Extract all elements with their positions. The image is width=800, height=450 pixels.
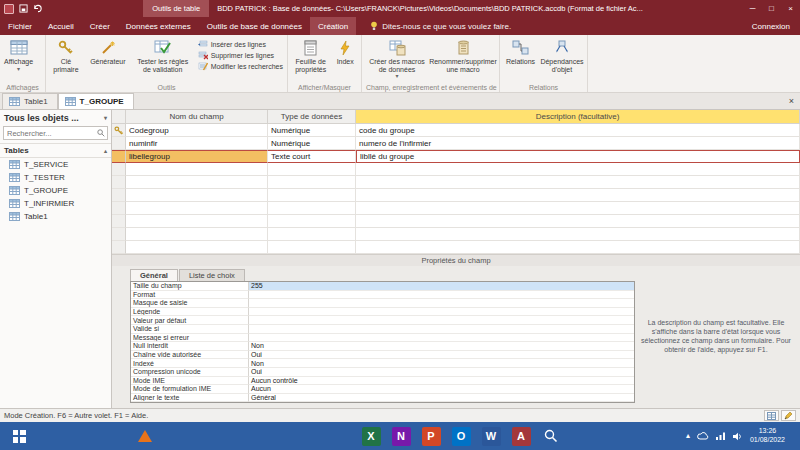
close-button[interactable]: × [781, 0, 800, 17]
nav-item-t-service[interactable]: T_SERVICE [0, 158, 111, 171]
nav-item-table1[interactable]: Table1 [0, 210, 111, 223]
network-icon[interactable] [716, 432, 726, 440]
design-view-button[interactable] [781, 410, 796, 421]
field-name-cell[interactable]: Codegroup [126, 124, 268, 137]
property-row[interactable]: Message si erreur [131, 334, 634, 343]
nav-item-t-groupe[interactable]: T_GROUPE [0, 184, 111, 197]
volume-icon[interactable] [733, 432, 743, 441]
taskbar-word[interactable]: W [476, 422, 506, 450]
document-close-button[interactable]: × [789, 97, 794, 106]
data-type-header[interactable]: Type de données [268, 110, 356, 124]
start-button[interactable] [0, 422, 38, 450]
nav-section-tables[interactable]: Tables ▴ [0, 143, 111, 158]
row-selector[interactable] [112, 137, 126, 150]
empty-field-row[interactable] [112, 176, 800, 189]
taskbar-outlook[interactable]: O [446, 422, 476, 450]
nav-item-t-infirmier[interactable]: T_INFIRMIER [0, 197, 111, 210]
data-type-cell[interactable]: Numérique [268, 124, 356, 137]
row-selector[interactable] [112, 150, 126, 163]
lightning-icon [339, 38, 351, 57]
description-cell-active[interactable]: libllé du groupe [356, 150, 800, 163]
index-button[interactable]: Index [331, 36, 359, 82]
property-row[interactable]: Format [131, 291, 634, 300]
tester-regles-button[interactable]: Tester les règles de validation [132, 36, 194, 82]
property-row[interactable]: Valeur par défaut [131, 316, 634, 325]
taskbar-excel[interactable]: X [356, 422, 386, 450]
description-header[interactable]: Description (facultative) [356, 110, 800, 124]
tab-fichier[interactable]: Fichier [0, 17, 40, 35]
row-tools: Insérer des lignes Supprimer les lignes … [194, 36, 285, 71]
nav-pane-header[interactable]: Tous les objets ... ▾ [0, 110, 111, 125]
property-row[interactable]: Mode de formulation IMEAucun [131, 385, 634, 394]
generateur-button[interactable]: Générateur [84, 36, 132, 82]
tab-general[interactable]: Général [130, 269, 178, 281]
search-icon[interactable] [97, 129, 105, 137]
taskbar-access[interactable]: A [506, 422, 536, 450]
save-icon[interactable] [19, 4, 28, 13]
tab-outils-bdd[interactable]: Outils de base de données [199, 17, 310, 35]
empty-field-row[interactable] [112, 215, 800, 228]
taskbar-onenote[interactable]: N [386, 422, 416, 450]
property-row[interactable]: Compression unicodeOui [131, 368, 634, 377]
renommer-macro-button[interactable]: Renommer/supprimer une macro [430, 36, 496, 82]
property-row[interactable]: Valide si [131, 325, 634, 334]
doc-tab-t-groupe[interactable]: T_GROUPE [58, 93, 134, 109]
tab-liste-de-choix[interactable]: Liste de choix [179, 269, 245, 281]
minimize-button[interactable]: ─ [743, 0, 762, 17]
undo-icon[interactable] [33, 4, 43, 13]
property-row[interactable]: IndexéNon [131, 359, 634, 368]
property-row[interactable]: Chaîne vide autoriséeOui [131, 351, 634, 360]
taskbar-clock[interactable]: 13:26 01/08/2022 [750, 427, 785, 445]
nav-search-input[interactable] [4, 129, 97, 138]
property-row[interactable]: Taille du champ255 [131, 282, 634, 291]
taskbar-powerpoint[interactable]: P [416, 422, 446, 450]
cle-primaire-button[interactable]: Clé primaire [48, 36, 84, 82]
empty-field-row[interactable] [112, 189, 800, 202]
property-row[interactable]: Mode IMEAucun contrôle [131, 377, 634, 386]
tell-me-box[interactable]: Dites-nous ce que vous voulez faire. [370, 17, 511, 35]
affichage-button[interactable]: Affichage ▾ [2, 36, 35, 82]
taskbar-search[interactable] [536, 422, 566, 450]
ribbon-tab-row: Fichier Accueil Créer Données externes O… [0, 17, 800, 35]
maximize-button[interactable]: □ [762, 0, 781, 17]
chevron-down-icon: ▾ [395, 73, 398, 79]
empty-field-row[interactable] [112, 202, 800, 215]
data-type-cell[interactable]: Numérique [268, 137, 356, 150]
clock-time: 13:26 [750, 427, 785, 436]
object-dependencies-icon [554, 38, 570, 57]
description-cell[interactable]: code du groupe [356, 124, 800, 137]
property-row[interactable]: Légende [131, 308, 634, 317]
field-name-header[interactable]: Nom du champ [126, 110, 268, 124]
feuille-proprietes-button[interactable]: Feuille de propriétés [290, 36, 331, 82]
creer-macros-button[interactable]: Créer des macros de données ▾ [364, 36, 430, 82]
tab-creer[interactable]: Créer [82, 17, 118, 35]
field-name-cell[interactable]: numinfir [126, 137, 268, 150]
tab-accueil[interactable]: Accueil [40, 17, 82, 35]
modifier-recherches-button[interactable]: Modifier les recherches [198, 62, 283, 71]
dependances-button[interactable]: Dépendances d'objet [539, 36, 585, 82]
hidden-icons-chevron[interactable]: ▴ [686, 432, 690, 440]
field-name-cell[interactable]: libellegroup [126, 150, 268, 163]
contextual-tab-group-label[interactable]: Outils de table [143, 0, 209, 17]
row-selector[interactable] [112, 124, 126, 137]
tab-donnees-externes[interactable]: Données externes [118, 17, 199, 35]
nav-item-t-tester[interactable]: T_TESTER [0, 171, 111, 184]
cloud-icon[interactable] [697, 432, 709, 440]
empty-field-row[interactable] [112, 163, 800, 176]
doc-tab-table1[interactable]: Table1 [2, 93, 58, 109]
taskbar-vlc[interactable] [130, 422, 160, 450]
description-cell[interactable]: numero de l'infirmier [356, 137, 800, 150]
empty-field-row[interactable] [112, 241, 800, 254]
property-row[interactable]: Null interditNon [131, 342, 634, 351]
empty-field-row[interactable] [112, 228, 800, 241]
inserer-lignes-button[interactable]: Insérer des lignes [198, 40, 283, 49]
relations-button[interactable]: Relations [502, 36, 539, 82]
data-type-cell[interactable]: Texte court [268, 150, 356, 163]
connexion-button[interactable]: Connexion [752, 17, 790, 35]
tab-creation[interactable]: Création [310, 17, 356, 35]
property-row[interactable]: Aligner le texteGénéral [131, 394, 634, 403]
datasheet-view-button[interactable] [764, 410, 779, 421]
excel-icon: X [362, 427, 381, 446]
supprimer-lignes-button[interactable]: Supprimer les lignes [198, 51, 283, 60]
property-row[interactable]: Masque de saisie [131, 299, 634, 308]
